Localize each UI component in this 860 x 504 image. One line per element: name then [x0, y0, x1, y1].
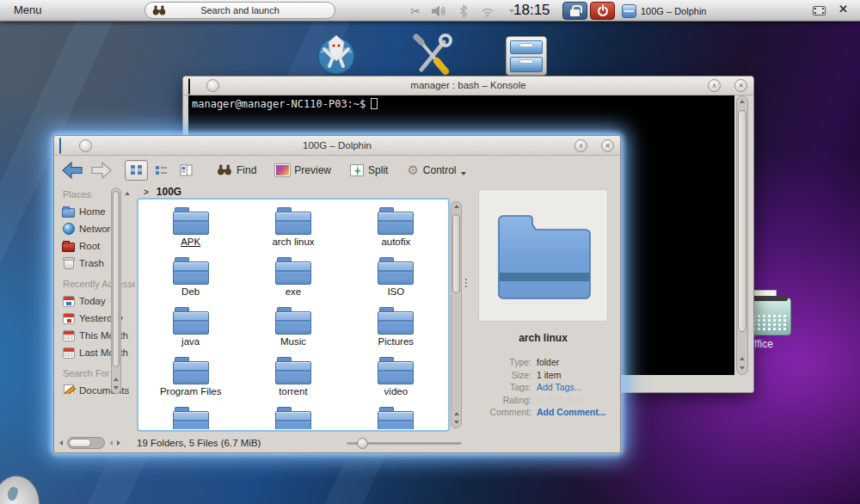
folder-item[interactable]: exe	[242, 255, 344, 305]
shade-button[interactable]: ∧	[574, 139, 587, 152]
scrollbar-thumb[interactable]	[69, 439, 91, 447]
folder-icon	[173, 257, 209, 285]
search-launch-widget[interactable]: Search and launch	[144, 2, 335, 19]
scrollbar-track[interactable]	[67, 437, 105, 449]
sidebar-item-home[interactable]: Home	[59, 203, 135, 220]
scroll-left-icon[interactable]	[109, 440, 113, 446]
dolphin-titlebar[interactable]: 100G – Dolphin ∧ ✕	[54, 136, 620, 156]
folder-item[interactable]: ISO	[345, 255, 447, 305]
folder-item[interactable]: Music	[242, 305, 344, 355]
split-button[interactable]: + Split	[350, 164, 388, 176]
scroll-right-icon[interactable]	[117, 440, 120, 446]
selected-item-title: arch linux	[470, 332, 617, 344]
bluetooth-icon[interactable]	[454, 0, 473, 22]
sidebar-item-trash[interactable]: Trash	[59, 255, 135, 272]
folder-item[interactable]	[139, 405, 242, 430]
sidebar-item-network[interactable]: Network	[59, 220, 135, 237]
preview-button[interactable]: Preview	[275, 164, 331, 176]
control-button[interactable]: ⚙ Control	[407, 163, 465, 178]
details-view-button[interactable]	[150, 160, 173, 181]
compact-view-icon	[180, 164, 193, 176]
window-title: 100G – Dolphin	[54, 140, 620, 151]
lock-screen-button[interactable]	[562, 2, 587, 20]
icons-view-button[interactable]	[125, 160, 148, 181]
desktop-icon-utilities[interactable]	[409, 33, 456, 79]
close-button[interactable]: ✕	[601, 139, 614, 152]
scrollbar-thumb[interactable]	[738, 110, 746, 332]
rating-stars[interactable]: ☆☆☆☆☆	[537, 394, 586, 407]
folder-item[interactable]: video	[345, 355, 447, 405]
digital-clock[interactable]: 18:15	[513, 2, 550, 19]
folder-item[interactable]: java	[139, 305, 242, 355]
add-tags-link[interactable]: Add Tags...	[537, 381, 581, 394]
desktop-icon-network-app[interactable]	[313, 31, 359, 77]
panel-close-icon[interactable]: ✕	[838, 3, 848, 15]
close-button[interactable]: ✕	[734, 79, 747, 92]
dolphin-toolbar: Find Preview + Split ⚙ Control	[54, 156, 620, 184]
scrollbar-thumb[interactable]	[113, 191, 120, 367]
type-value: folder	[537, 356, 559, 369]
places-scrollbar[interactable]	[111, 187, 121, 394]
lock-icon	[570, 9, 580, 16]
zoom-slider[interactable]	[347, 442, 462, 445]
type-label: Type:	[470, 356, 531, 369]
desktop-pager-icon[interactable]	[813, 6, 826, 15]
chevron-down-icon	[461, 172, 466, 175]
folder-item[interactable]	[345, 405, 447, 430]
taskbar-item-dolphin[interactable]: 100G – Dolphin	[618, 1, 710, 21]
folder-item[interactable]	[242, 405, 344, 430]
zoom-slider-thumb[interactable]	[357, 438, 368, 449]
shade-button[interactable]: ∧	[708, 79, 721, 92]
scroll-up-icon[interactable]	[452, 205, 461, 208]
volume-icon[interactable]	[430, 0, 449, 22]
control-label: Control	[423, 164, 457, 176]
status-bar: 19 Folders, 5 Files (6.7 MiB)	[54, 433, 620, 452]
scroll-down-icon[interactable]	[452, 421, 461, 424]
icons-view-icon	[130, 164, 143, 176]
desktop-icon-file-cabinet[interactable]	[503, 33, 550, 79]
add-comment-link[interactable]: Add Comment...	[537, 406, 606, 419]
menu-button[interactable]: Menu	[14, 3, 42, 16]
places-panel: Places Home Network Root Trash Recently …	[59, 186, 135, 394]
folder-item[interactable]: torrent	[242, 355, 344, 405]
scroll-up-icon[interactable]	[452, 412, 461, 415]
breadcrumb-location[interactable]: 100G	[157, 186, 181, 198]
trash-icon	[61, 256, 76, 271]
scroll-left-icon[interactable]	[59, 440, 63, 446]
breadcrumb[interactable]: > 100G	[144, 186, 181, 198]
sidebar-item-last-month[interactable]: Last Month	[59, 344, 135, 361]
shutdown-button[interactable]	[590, 2, 615, 20]
sidebar-item-root[interactable]: Root	[59, 237, 135, 255]
scroll-up-icon[interactable]	[737, 100, 747, 103]
folder-item[interactable]: Program Files	[139, 355, 242, 405]
find-button[interactable]: Find	[217, 164, 256, 176]
folder-item[interactable]: arch linux	[242, 206, 344, 255]
clipboard-scissors-icon[interactable]: ✂	[406, 0, 425, 22]
view-scrollbar[interactable]	[451, 201, 462, 428]
calendar-today-icon	[61, 294, 76, 309]
sidebar-item-documents[interactable]: Documents	[59, 382, 135, 394]
sidebar-item-yesterday[interactable]: Yesterday	[59, 310, 135, 327]
forward-button[interactable]	[90, 161, 113, 180]
folder-icon	[378, 357, 414, 384]
folder-item[interactable]: Deb	[139, 255, 242, 305]
information-panel: arch linux Type:folder Size:1 item Tags:…	[470, 184, 617, 435]
back-button[interactable]	[61, 161, 83, 180]
folder-item[interactable]: autofix	[345, 206, 447, 255]
sidebar-item-today[interactable]: Today	[59, 292, 135, 310]
sidebar-item-this-month[interactable]: This Month	[59, 327, 135, 344]
scroll-up-icon[interactable]	[737, 357, 747, 360]
terminal-scrollbar[interactable]	[736, 95, 748, 375]
scroll-up-icon[interactable]	[112, 378, 120, 381]
scroll-down-icon[interactable]	[737, 366, 747, 370]
splitter-handle[interactable]	[465, 277, 468, 289]
folder-item[interactable]: APK	[139, 206, 242, 255]
scroll-down-icon[interactable]	[112, 386, 120, 390]
konsole-titlebar[interactable]: manager : bash – Konsole ∧ ✕	[183, 77, 753, 95]
scrollbar-thumb[interactable]	[452, 214, 460, 293]
places-horizontal-scrollbar[interactable]	[59, 437, 120, 449]
compact-view-button[interactable]	[175, 160, 198, 181]
collapse-icon[interactable]	[125, 192, 130, 195]
wifi-icon[interactable]	[478, 0, 497, 22]
folder-item[interactable]: Pictures	[345, 305, 447, 355]
